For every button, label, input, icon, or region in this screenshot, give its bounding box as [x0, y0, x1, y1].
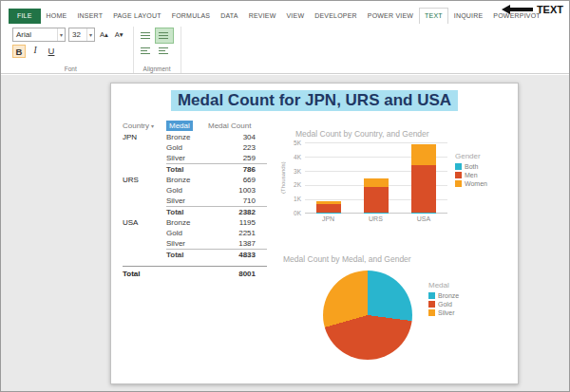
align-left-icon[interactable]	[138, 44, 155, 58]
y-tick-label: 0K	[286, 210, 301, 216]
table-row[interactable]: JPNBronze304	[123, 132, 267, 142]
table-grand-total-row[interactable]: Total 8001	[123, 266, 267, 279]
table-row[interactable]: Silver1387	[123, 238, 267, 249]
align-middle-icon[interactable]	[156, 28, 173, 43]
legend-item-women[interactable]: Women	[455, 180, 487, 187]
chevron-down-icon[interactable]: ▾	[57, 28, 65, 41]
table-cell: Total	[166, 249, 208, 260]
tab-formulas[interactable]: FORMULAS	[167, 9, 216, 24]
table-row[interactable]: Silver710	[123, 196, 267, 206]
underline-button[interactable]: U	[45, 45, 58, 58]
table-cell	[123, 206, 166, 217]
table-cell: Bronze	[166, 132, 208, 142]
font-name-combo[interactable]: Arial ▾	[12, 28, 66, 42]
table-total-row[interactable]: Total2382	[123, 206, 267, 217]
table-total-row[interactable]: Total4833	[123, 249, 267, 260]
y-tick-label: 3K	[286, 168, 301, 175]
table-cell: 710	[208, 196, 267, 206]
table-row[interactable]: Silver259	[123, 153, 267, 163]
tab-text[interactable]: TEXT	[419, 8, 448, 24]
bar-urs	[364, 178, 389, 213]
table-cell	[123, 142, 166, 153]
y-tick-label: 2K	[286, 181, 301, 188]
table-cell: URS	[123, 175, 166, 185]
bar-segment-usa-men[interactable]	[411, 165, 436, 213]
report-title-textbox[interactable]: Medal Count for JPN, URS and USA	[171, 90, 458, 111]
bar-jpn	[316, 201, 341, 213]
bold-button[interactable]: B	[12, 45, 26, 58]
ribbon-tab-bar: FILEHOMEINSERTPAGE LAYOUTFORMULASDATAREV…	[1, 1, 569, 24]
tab-file[interactable]: FILE	[9, 9, 41, 24]
table-row[interactable]: Gold2251	[123, 228, 267, 238]
table-cell: Total	[166, 163, 208, 175]
chevron-down-icon[interactable]: ▾	[86, 28, 94, 41]
legend-label: Women	[465, 180, 487, 187]
table-cell	[123, 185, 166, 196]
pie-chart[interactable]	[323, 271, 412, 360]
font-size-combo[interactable]: 32 ▾	[68, 28, 95, 42]
legend-swatch	[455, 163, 462, 170]
bar-segment-usa-women[interactable]	[411, 144, 436, 166]
bar-legend: GenderBothMenWomen	[455, 152, 487, 189]
legend-label: Gold	[438, 301, 452, 308]
annotation-label: TEXT	[537, 4, 563, 15]
legend-label: Silver	[438, 309, 455, 316]
legend-item-both[interactable]: Both	[455, 163, 487, 170]
column-header-country[interactable]: Country▾	[123, 121, 166, 130]
table-cell: Gold	[166, 142, 208, 153]
table-cell: 304	[208, 132, 267, 142]
medal-count-header-label: Medal Count	[208, 121, 251, 130]
font-name-value: Arial	[16, 30, 31, 39]
increase-font-size-button[interactable]: A▴	[98, 29, 110, 40]
legend-item-silver[interactable]: Silver	[428, 309, 459, 316]
table-cell: Gold	[166, 228, 208, 238]
legend-swatch	[428, 309, 435, 316]
table-row[interactable]: Gold223	[123, 142, 267, 153]
empty-cell	[166, 269, 208, 279]
column-header-medal[interactable]: Medal	[166, 121, 208, 130]
table-cell: Silver	[166, 153, 208, 163]
bar-segment-urs-men[interactable]	[364, 187, 389, 213]
y-tick-label: 1K	[286, 196, 301, 202]
column-header-medal-count[interactable]: Medal Count	[208, 121, 267, 130]
table-total-row[interactable]: Total786	[123, 163, 267, 175]
decrease-font-size-button[interactable]: A▾	[113, 29, 125, 40]
tab-review[interactable]: REVIEW	[244, 9, 281, 24]
alignment-group-label: Alignment	[134, 65, 180, 72]
alignment-buttons	[138, 28, 173, 58]
x-tick-label-urs: URS	[369, 215, 383, 222]
legend-item-men[interactable]: Men	[455, 172, 487, 178]
bar-usa	[411, 144, 436, 213]
bar-plot-area	[305, 142, 447, 214]
align-center-icon[interactable]	[156, 44, 173, 58]
legend-swatch	[455, 172, 462, 178]
legend-item-gold[interactable]: Gold	[428, 301, 459, 308]
table-row[interactable]: USABronze1195	[123, 217, 267, 228]
pie-chart-title: Medal Count by Medal, and Gender	[283, 254, 517, 264]
legend-title: Gender	[455, 152, 487, 160]
table-row[interactable]: Gold1003	[123, 185, 267, 196]
pie-legend: MedalBronzeGoldSilver	[428, 281, 459, 318]
legend-item-bronze[interactable]: Bronze	[428, 292, 459, 299]
tab-home[interactable]: HOME	[42, 9, 72, 24]
tab-view[interactable]: VIEW	[282, 9, 310, 24]
align-top-icon[interactable]	[138, 28, 155, 43]
tab-power-view[interactable]: POWER VIEW	[363, 9, 418, 24]
filter-dropdown-icon[interactable]: ▾	[151, 123, 154, 129]
table-cell	[123, 163, 166, 175]
tab-developer[interactable]: DEVELOPER	[310, 9, 362, 24]
italic-button[interactable]: I	[28, 45, 42, 58]
table-cell	[123, 196, 166, 206]
bar-y-axis: 5K4K3K2K1K0K	[286, 140, 301, 216]
tab-inquire[interactable]: INQUIRE	[449, 9, 488, 24]
x-tick-label-usa: USA	[417, 215, 430, 222]
table-cell: 223	[208, 142, 267, 153]
tab-data[interactable]: DATA	[216, 9, 242, 24]
bar-segment-urs-women[interactable]	[364, 178, 389, 186]
table-row[interactable]: URSBronze669	[123, 175, 267, 185]
table-cell: 786	[208, 163, 267, 175]
bar-segment-jpn-men[interactable]	[316, 204, 341, 212]
tab-page-layout[interactable]: PAGE LAYOUT	[108, 9, 166, 24]
tab-insert[interactable]: INSERT	[72, 9, 107, 24]
table-cell: 1003	[208, 185, 267, 196]
